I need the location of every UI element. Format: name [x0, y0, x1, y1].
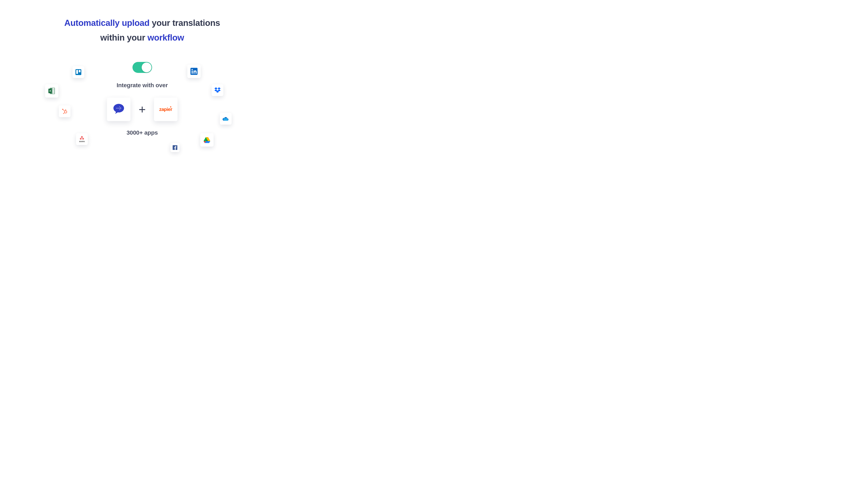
integration-center-row: + zapier *: [107, 97, 177, 121]
hubspot-icon: [61, 108, 68, 114]
app-facebook: [170, 143, 180, 152]
zapier-app-card: zapier *: [154, 97, 178, 121]
svg-point-1: [117, 108, 117, 109]
svg-point-5: [120, 108, 121, 109]
linkedin-icon: [190, 68, 198, 75]
integrate-label-top: Integrate with over: [116, 82, 168, 89]
svg-point-8: [120, 109, 121, 109]
svg-point-28: [80, 138, 81, 140]
plus-icon: +: [139, 103, 146, 115]
svg-point-21: [65, 109, 66, 110]
asana-icon: [79, 136, 84, 140]
svg-text:X: X: [49, 90, 51, 92]
svg-point-7: [120, 107, 121, 108]
svg-point-9: [119, 106, 120, 107]
facebook-icon: [173, 145, 177, 150]
asana-label: asana: [79, 140, 85, 142]
integrate-label-bottom: 3000+ apps: [127, 129, 158, 136]
headline-part2: your translations: [149, 18, 220, 28]
zapier-icon: zapier *: [159, 107, 172, 112]
headline-accent-1: Automatically upload: [64, 18, 149, 28]
svg-point-4: [119, 108, 120, 109]
app-onedrive: [220, 113, 232, 125]
app-dropbox: [212, 84, 223, 96]
translate-bubble-icon: [111, 102, 126, 117]
svg-point-27: [81, 136, 83, 138]
google-drive-icon: [203, 137, 211, 143]
zapier-asterisk-icon: *: [170, 106, 171, 109]
trello-icon: [75, 69, 81, 75]
svg-rect-13: [79, 70, 80, 72]
svg-point-0: [116, 108, 116, 109]
app-linkedin: [187, 65, 201, 78]
svg-rect-12: [76, 70, 78, 74]
translate-app-card: [107, 97, 130, 121]
svg-point-6: [121, 108, 121, 109]
onedrive-icon: [222, 116, 229, 121]
dropbox-icon: [214, 87, 221, 93]
svg-point-29: [82, 138, 84, 140]
svg-point-3: [119, 108, 119, 109]
excel-icon: X: [48, 87, 55, 95]
svg-point-22: [63, 113, 64, 114]
integration-toggle[interactable]: [132, 62, 152, 73]
svg-rect-32: [192, 71, 193, 74]
svg-point-33: [192, 69, 193, 70]
headline-part3: within your: [100, 33, 148, 42]
svg-line-24: [63, 110, 65, 111]
svg-point-2: [117, 108, 118, 109]
app-excel: X: [45, 84, 58, 97]
app-hubspot: [59, 105, 71, 117]
app-asana: asana: [76, 133, 88, 145]
svg-line-26: [64, 113, 65, 113]
app-google-drive: [200, 133, 214, 147]
app-trello: [73, 66, 84, 78]
headline: Automatically upload your translations w…: [0, 16, 284, 45]
svg-point-10: [119, 110, 120, 110]
headline-accent-2: workflow: [148, 33, 184, 42]
